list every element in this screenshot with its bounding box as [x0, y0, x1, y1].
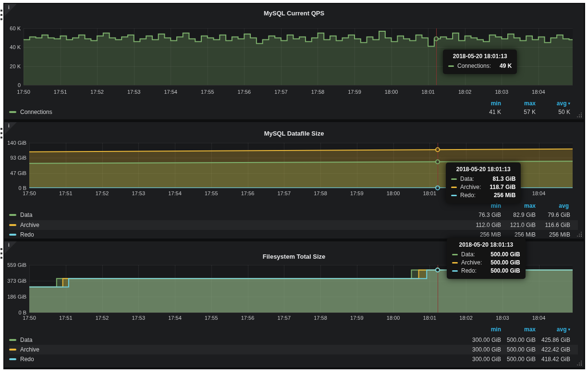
tooltip-series-label: Data:: [461, 251, 475, 259]
legend-min-value: 112.0 GiB: [466, 222, 501, 228]
x-tick-label: 17:50: [23, 315, 36, 321]
legend-sort-avg[interactable]: avg▾: [536, 100, 570, 107]
legend-max-value: 121.0 GiB: [501, 222, 536, 228]
crosshair-tooltip-qps: 2018-05-20 18:01:13 Connections: 49 K: [443, 50, 517, 74]
y-tick-label: 20 K: [0, 63, 21, 69]
legend-min-value: 76.3 GiB: [466, 212, 501, 218]
tooltip-row: Archive: 500.00 GiB: [452, 259, 520, 267]
legend-min-value: 300.00 GiB: [466, 337, 501, 343]
x-tick-label: 17:58: [311, 89, 325, 95]
x-tick-label: 17:55: [201, 89, 214, 95]
legend-row-redo: Redo 300.00 GiB 500.00 GiB 418.42 GiB: [9, 354, 578, 364]
legend-row-connections: Connections 41 K 57 K 50 K: [9, 107, 578, 117]
series-color-dash: [9, 111, 16, 113]
series-color-dash: [451, 178, 457, 180]
x-tick-label: 18:03: [496, 315, 509, 321]
legend-avg-value: 425.86 GiB: [536, 337, 570, 343]
legend-sort-avg[interactable]: avg▾: [536, 326, 570, 333]
series-color-dash: [451, 195, 457, 196]
info-icon: i: [8, 123, 10, 128]
x-tick-label: 17:57: [274, 89, 288, 95]
tooltip-row: Archive: 118.7 GiB: [451, 183, 515, 191]
series-color-dash: [9, 339, 16, 341]
x-tick-label: 17:53: [132, 315, 145, 321]
panel-info-corner[interactable]: [4, 241, 17, 254]
legend-sort-max[interactable]: max: [501, 202, 536, 209]
panel-resize-handle[interactable]: [576, 231, 582, 237]
tooltip-timestamp: 2018-05-20 18:01:13: [448, 53, 512, 60]
tooltip-series-label: Connections:: [457, 62, 491, 70]
panel-title[interactable]: MySQL Datafile Size: [4, 130, 584, 137]
tooltip-row: Redo: 256 MiB: [451, 191, 515, 200]
legend-sort-min[interactable]: min: [466, 100, 501, 107]
legend-row-data: Data 76.3 GiB 82.9 GiB 79.6 GiB: [9, 210, 578, 220]
tooltip-row: Redo: 500.00 GiB: [452, 267, 520, 275]
legend-series-name[interactable]: Connections: [20, 109, 52, 115]
y-tick-label: 47 GiB: [0, 170, 26, 176]
legend-max-value: 57 K: [501, 109, 536, 115]
legend-max-value: 500.00 GiB: [501, 346, 536, 353]
x-tick-label: 17:57: [278, 190, 291, 196]
panel-resize-handle[interactable]: [576, 360, 582, 366]
page-edge-dots: [0, 248, 2, 250]
x-tick-label: 17:50: [17, 89, 30, 95]
x-tick-label: 18:02: [459, 315, 473, 321]
tooltip-series-label: Archive:: [461, 259, 482, 267]
legend-series-name[interactable]: Data: [20, 212, 32, 218]
legend-min-value: 300.00 GiB: [466, 356, 501, 363]
x-tick-label: 17:56: [241, 315, 255, 321]
tooltip-row: Data: 81.3 GiB: [451, 175, 515, 183]
tooltip-series-value: 81.3 GiB: [484, 175, 515, 183]
page-edge-dots: [0, 128, 2, 130]
series-color-dash: [9, 224, 16, 226]
legend-header: min max avg▾: [466, 100, 578, 107]
x-tick-label: 17:53: [127, 89, 141, 95]
legend-min-value: 256 MiB: [466, 231, 501, 238]
x-tick-label: 17:56: [238, 89, 251, 95]
series-color-dash: [452, 262, 458, 264]
x-tick-label: 18:01: [421, 89, 435, 95]
x-tick-label: 18:04: [532, 89, 545, 95]
x-tick-label: 17:57: [278, 315, 291, 321]
legend-sort-min[interactable]: min: [466, 202, 501, 209]
tooltip-series-value: 49 K: [491, 62, 512, 70]
sort-caret-icon: ▾: [568, 101, 570, 106]
x-tick-label: 17:58: [314, 190, 327, 196]
tooltip-timestamp: 2018-05-20 18:01:13: [451, 166, 515, 173]
series-color-dash: [9, 349, 16, 351]
y-tick-label: 373 GiB: [0, 278, 26, 284]
legend-sort-min[interactable]: min: [466, 326, 501, 333]
legend-sort-max[interactable]: max: [501, 100, 536, 107]
legend-max-value: 82.9 GiB: [501, 212, 536, 218]
series-color-dash: [9, 214, 16, 216]
legend-row-archive: Archive 112.0 GiB 121.0 GiB 116.6 GiB: [9, 220, 578, 230]
legend-sort-avg[interactable]: avg: [536, 202, 570, 209]
legend-series-name[interactable]: Redo: [20, 231, 34, 238]
x-tick-label: 18:00: [387, 190, 400, 196]
x-tick-label: 18:02: [458, 89, 472, 95]
tooltip-row: Data: 500.00 GiB: [452, 251, 520, 259]
legend-series-name[interactable]: Data: [20, 337, 32, 343]
series-color-dash: [448, 65, 454, 67]
panel-resize-handle[interactable]: [576, 112, 582, 118]
legend-avg-value: 418.42 GiB: [536, 356, 570, 363]
x-tick-label: 17:53: [132, 190, 145, 196]
x-tick-label: 17:51: [59, 190, 73, 196]
y-tick-label: 559 GiB: [0, 262, 26, 268]
x-tick-label: 17:51: [54, 89, 67, 95]
tooltip-series-label: Data:: [460, 175, 474, 183]
legend-series-name[interactable]: Archive: [20, 346, 39, 353]
legend-series-name[interactable]: Redo: [20, 356, 34, 363]
legend-series-name[interactable]: Archive: [20, 222, 39, 228]
legend-max-value: 500.00 GiB: [501, 337, 536, 343]
legend-header: min max avg▾: [466, 326, 578, 333]
legend-avg-value: 116.6 GiB: [536, 222, 570, 228]
tooltip-series-value: 118.7 GiB: [481, 183, 515, 191]
tooltip-series-value: 500.00 GiB: [482, 251, 520, 259]
legend-min-value: 41 K: [466, 109, 501, 115]
x-tick-label: 17:52: [96, 315, 109, 321]
panel-title[interactable]: MySQL Current QPS: [4, 10, 584, 17]
legend-header: min max avg: [466, 202, 578, 209]
legend-sort-max[interactable]: max: [501, 326, 536, 333]
y-tick-label: 0: [0, 82, 21, 88]
